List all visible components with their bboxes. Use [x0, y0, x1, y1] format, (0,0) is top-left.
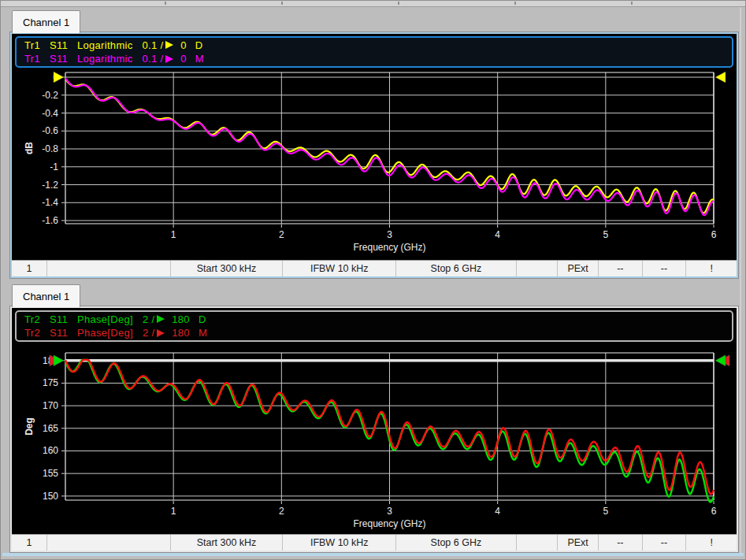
svg-text:-0.8: -0.8	[42, 143, 58, 154]
trace-scale: 2 /	[143, 327, 154, 339]
svg-text:-0.2: -0.2	[42, 90, 58, 101]
top-splitter	[1, 1, 745, 7]
splitter-notch	[514, 2, 516, 5]
status-blank	[47, 535, 171, 551]
svg-text:1: 1	[171, 229, 176, 240]
svg-text:6: 6	[711, 229, 717, 240]
channel-tab-label: Channel 1	[23, 291, 69, 302]
channel-status-bar: 1 Start 300 kHz IFBW 10 kHz Stop 6 GHz P…	[12, 534, 737, 551]
status-blank	[47, 261, 171, 276]
svg-text:3: 3	[387, 229, 392, 240]
svg-text:5: 5	[603, 229, 608, 240]
channel-number: 1	[12, 535, 47, 551]
trace-format: Phase[Deg]	[77, 327, 133, 339]
svg-text:150: 150	[43, 491, 58, 502]
svg-text:165: 165	[43, 423, 58, 434]
start-frequency[interactable]: Start 300 kHz	[171, 535, 283, 551]
trace-ref-value: 0	[180, 39, 187, 51]
trace-type: M	[199, 327, 207, 339]
svg-text:1: 1	[171, 506, 176, 517]
trace-legend[interactable]: Tr2 S11 Phase[Deg] 2 / 180 D Tr2 S11 Pha…	[15, 310, 733, 342]
svg-text:6: 6	[711, 506, 717, 517]
trace-id: Tr2	[24, 313, 40, 325]
start-frequency[interactable]: Start 300 kHz	[171, 261, 283, 276]
svg-text:-0.4: -0.4	[42, 108, 58, 119]
trace-id: Tr1	[24, 53, 40, 65]
channel-tab[interactable]: Channel 1	[12, 10, 80, 33]
trace-scale: 0.1 /	[143, 53, 164, 65]
trace-legend-row[interactable]: Tr2 S11 Phase[Deg] 2 / 180 M	[24, 327, 732, 339]
svg-text:-1.4: -1.4	[42, 197, 58, 208]
pext-indicator[interactable]: PExt	[558, 535, 599, 551]
splitter-notch	[631, 2, 633, 5]
svg-text:-1.2: -1.2	[42, 180, 58, 191]
trace-format: Logarithmic	[77, 53, 133, 65]
svg-text:-1: -1	[50, 161, 58, 172]
status-blank	[517, 261, 559, 276]
status-alert[interactable]: !	[686, 535, 737, 551]
stop-frequency[interactable]: Stop 6 GHz	[396, 261, 516, 276]
svg-text:175: 175	[43, 377, 58, 388]
channel-status-bar: 1 Start 300 kHz IFBW 10 kHz Stop 6 GHz P…	[12, 260, 737, 276]
splitter-notch	[165, 2, 166, 5]
pext-indicator[interactable]: PExt	[558, 261, 599, 276]
trace-legend-row[interactable]: Tr1 S11 Logarithmic 0.1 / 0 M	[24, 53, 732, 65]
trace-parameter: S11	[50, 327, 68, 339]
window-frame-bottom	[2, 553, 744, 556]
svg-text:160: 160	[43, 445, 58, 456]
channel-tab-label: Channel 1	[23, 17, 69, 28]
status-dash: --	[599, 535, 643, 551]
trace-scale: 0.1 /	[143, 39, 164, 51]
channel-panel-phase: Tr2 S11 Phase[Deg] 2 / 180 D Tr2 S11 Pha…	[10, 306, 738, 552]
window-frame-edge	[740, 7, 741, 555]
magnitude-plot[interactable]: 0-0.2-0.4-0.6-0.8-1-1.2-1.4-1.6123456Fre…	[12, 70, 737, 262]
trace-id: Tr1	[24, 39, 40, 51]
trace-legend-row[interactable]: Tr2 S11 Phase[Deg] 2 / 180 D	[24, 313, 732, 325]
svg-text:Deg: Deg	[24, 417, 35, 436]
status-alert[interactable]: !	[686, 261, 737, 276]
splitter-notch	[281, 2, 283, 5]
svg-text:-0.6: -0.6	[42, 125, 58, 136]
svg-text:dB: dB	[24, 142, 35, 154]
status-dash: --	[643, 261, 687, 276]
stop-frequency[interactable]: Stop 6 GHz	[396, 535, 516, 551]
trace-parameter: S11	[50, 53, 68, 65]
trace-ref-value: 180	[172, 313, 190, 325]
svg-text:Frequency (GHz): Frequency (GHz)	[353, 518, 425, 529]
ifbw-setting[interactable]: IFBW 10 kHz	[283, 535, 396, 551]
svg-text:-1.6: -1.6	[42, 215, 58, 226]
channel-tab[interactable]: Channel 1	[12, 284, 80, 307]
svg-text:3: 3	[387, 506, 392, 517]
trace-format: Logarithmic	[77, 39, 133, 51]
svg-text:5: 5	[603, 506, 608, 517]
trace-type: D	[199, 313, 206, 325]
ref-marker-icon	[165, 41, 173, 49]
trace-type: D	[195, 39, 203, 51]
trace-legend[interactable]: Tr1 S11 Logarithmic 0.1 / 0 D Tr1 S11 Lo…	[15, 36, 733, 68]
svg-text:4: 4	[495, 229, 500, 240]
trace-format: Phase[Deg]	[77, 313, 133, 325]
svg-text:155: 155	[43, 468, 58, 479]
svg-text:170: 170	[43, 400, 58, 411]
status-dash: --	[599, 261, 643, 276]
trace-id: Tr2	[24, 327, 40, 339]
svg-text:Frequency (GHz): Frequency (GHz)	[353, 242, 425, 253]
trace-type: M	[195, 53, 204, 65]
trace-ref-value: 0	[180, 53, 187, 65]
trace-legend-row[interactable]: Tr1 S11 Logarithmic 0.1 / 0 D	[24, 39, 732, 51]
svg-text:2: 2	[279, 506, 284, 517]
channel-panel-magnitude: Tr1 S11 Logarithmic 0.1 / 0 D Tr1 S11 Lo…	[10, 32, 738, 278]
vna-window: Channel 1 Tr1 S11 Logarithmic 0.1 / 0 D …	[0, 0, 746, 560]
ref-marker-icon	[165, 55, 173, 63]
status-blank	[517, 535, 559, 551]
trace-parameter: S11	[50, 313, 68, 325]
trace-scale: 2 /	[143, 313, 154, 325]
svg-text:4: 4	[495, 506, 500, 517]
status-dash: --	[643, 535, 687, 551]
svg-text:2: 2	[279, 229, 284, 240]
trace-ref-value: 180	[172, 327, 190, 339]
phase-plot[interactable]: 180175170165160155150123456Frequency (GH…	[12, 344, 737, 536]
ref-marker-icon	[157, 329, 165, 337]
ifbw-setting[interactable]: IFBW 10 kHz	[283, 261, 396, 276]
ref-marker-icon	[157, 315, 165, 323]
